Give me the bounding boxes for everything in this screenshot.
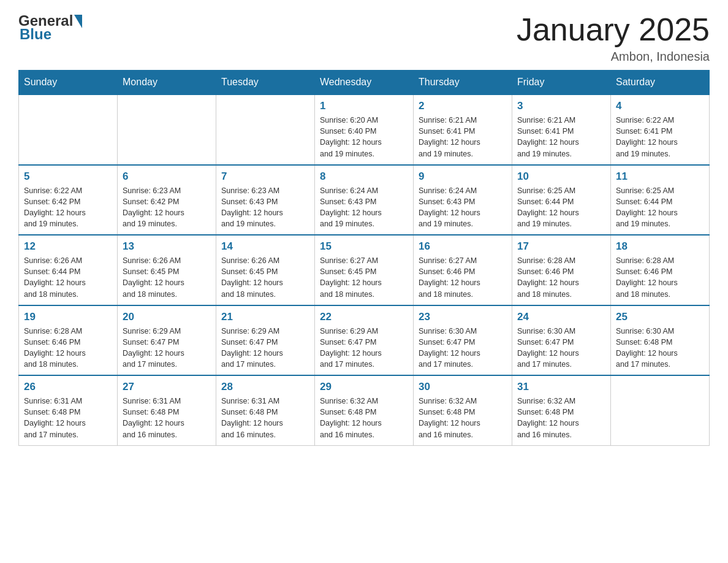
- day-info: Sunrise: 6:24 AMSunset: 6:43 PMDaylight:…: [419, 185, 507, 230]
- day-number: 31: [517, 381, 605, 393]
- day-number: 17: [517, 240, 605, 253]
- day-info: Sunrise: 6:32 AMSunset: 6:48 PMDaylight:…: [320, 396, 408, 440]
- calendar-week-5: 26Sunrise: 6:31 AMSunset: 6:48 PMDayligh…: [19, 375, 710, 445]
- day-info: Sunrise: 6:22 AMSunset: 6:41 PMDaylight:…: [616, 115, 704, 159]
- day-number: 25: [616, 311, 704, 323]
- calendar-table: SundayMondayTuesdayWednesdayThursdayFrid…: [18, 70, 710, 446]
- day-info: Sunrise: 6:23 AMSunset: 6:42 PMDaylight:…: [123, 185, 211, 230]
- calendar-cell: 11Sunrise: 6:25 AMSunset: 6:44 PMDayligh…: [611, 165, 710, 236]
- logo: General Blue: [18, 12, 82, 43]
- day-number: 8: [320, 170, 408, 183]
- calendar-cell: 1Sunrise: 6:20 AMSunset: 6:40 PMDaylight…: [315, 94, 414, 165]
- day-number: 3: [517, 100, 605, 112]
- day-number: 27: [123, 381, 211, 393]
- calendar-cell: 31Sunrise: 6:32 AMSunset: 6:48 PMDayligh…: [512, 375, 611, 445]
- calendar-week-4: 19Sunrise: 6:28 AMSunset: 6:46 PMDayligh…: [19, 305, 710, 376]
- day-info: Sunrise: 6:25 AMSunset: 6:44 PMDaylight:…: [616, 185, 704, 230]
- day-info: Sunrise: 6:28 AMSunset: 6:46 PMDaylight:…: [24, 326, 112, 370]
- calendar-cell: 28Sunrise: 6:31 AMSunset: 6:48 PMDayligh…: [216, 375, 315, 445]
- day-number: 1: [320, 100, 408, 112]
- day-number: 14: [221, 240, 309, 253]
- day-info: Sunrise: 6:32 AMSunset: 6:48 PMDaylight:…: [517, 396, 605, 440]
- calendar-cell: 29Sunrise: 6:32 AMSunset: 6:48 PMDayligh…: [315, 375, 414, 445]
- day-info: Sunrise: 6:29 AMSunset: 6:47 PMDaylight:…: [320, 326, 408, 370]
- day-number: 2: [419, 100, 507, 112]
- calendar-cell: 17Sunrise: 6:28 AMSunset: 6:46 PMDayligh…: [512, 235, 611, 305]
- calendar-cell: 5Sunrise: 6:22 AMSunset: 6:42 PMDaylight…: [19, 165, 118, 236]
- day-info: Sunrise: 6:32 AMSunset: 6:48 PMDaylight:…: [419, 396, 507, 440]
- header-tuesday: Tuesday: [216, 71, 315, 95]
- calendar-cell: 20Sunrise: 6:29 AMSunset: 6:47 PMDayligh…: [118, 305, 216, 376]
- calendar-cell: 3Sunrise: 6:21 AMSunset: 6:41 PMDaylight…: [512, 94, 611, 165]
- calendar-week-3: 12Sunrise: 6:26 AMSunset: 6:44 PMDayligh…: [19, 235, 710, 305]
- day-info: Sunrise: 6:22 AMSunset: 6:42 PMDaylight:…: [24, 185, 112, 230]
- day-info: Sunrise: 6:28 AMSunset: 6:46 PMDaylight:…: [616, 255, 704, 300]
- calendar-cell: [216, 94, 315, 165]
- day-info: Sunrise: 6:26 AMSunset: 6:45 PMDaylight:…: [123, 255, 211, 300]
- header-sunday: Sunday: [19, 71, 118, 95]
- calendar-cell: 10Sunrise: 6:25 AMSunset: 6:44 PMDayligh…: [512, 165, 611, 236]
- calendar-cell: 22Sunrise: 6:29 AMSunset: 6:47 PMDayligh…: [315, 305, 414, 376]
- calendar-cell: 16Sunrise: 6:27 AMSunset: 6:46 PMDayligh…: [414, 235, 512, 305]
- title-section: January 2025 Ambon, Indonesia: [517, 12, 710, 64]
- day-number: 15: [320, 240, 408, 253]
- day-number: 16: [419, 240, 507, 253]
- calendar-cell: 14Sunrise: 6:26 AMSunset: 6:45 PMDayligh…: [216, 235, 315, 305]
- day-number: 26: [24, 381, 112, 393]
- calendar-cell: [118, 94, 216, 165]
- calendar-cell: 7Sunrise: 6:23 AMSunset: 6:43 PMDaylight…: [216, 165, 315, 236]
- day-number: 21: [221, 311, 309, 323]
- calendar-cell: 21Sunrise: 6:29 AMSunset: 6:47 PMDayligh…: [216, 305, 315, 376]
- calendar-cell: 4Sunrise: 6:22 AMSunset: 6:41 PMDaylight…: [611, 94, 710, 165]
- day-info: Sunrise: 6:27 AMSunset: 6:45 PMDaylight:…: [320, 255, 408, 300]
- calendar-cell: 12Sunrise: 6:26 AMSunset: 6:44 PMDayligh…: [19, 235, 118, 305]
- day-info: Sunrise: 6:30 AMSunset: 6:47 PMDaylight:…: [517, 326, 605, 370]
- day-info: Sunrise: 6:30 AMSunset: 6:47 PMDaylight:…: [419, 326, 507, 370]
- day-number: 13: [123, 240, 211, 253]
- day-info: Sunrise: 6:31 AMSunset: 6:48 PMDaylight:…: [24, 396, 112, 440]
- day-number: 7: [221, 170, 309, 183]
- day-number: 4: [616, 100, 704, 112]
- day-info: Sunrise: 6:26 AMSunset: 6:45 PMDaylight:…: [221, 255, 309, 300]
- calendar-cell: 6Sunrise: 6:23 AMSunset: 6:42 PMDaylight…: [118, 165, 216, 236]
- calendar-cell: 24Sunrise: 6:30 AMSunset: 6:47 PMDayligh…: [512, 305, 611, 376]
- calendar-cell: [611, 375, 710, 445]
- day-number: 23: [419, 311, 507, 323]
- day-info: Sunrise: 6:29 AMSunset: 6:47 PMDaylight:…: [221, 326, 309, 370]
- day-number: 18: [616, 240, 704, 253]
- header-friday: Friday: [512, 71, 611, 95]
- calendar-cell: [19, 94, 118, 165]
- header-thursday: Thursday: [414, 71, 512, 95]
- day-number: 11: [616, 170, 704, 183]
- day-info: Sunrise: 6:29 AMSunset: 6:47 PMDaylight:…: [123, 326, 211, 370]
- calendar-cell: 30Sunrise: 6:32 AMSunset: 6:48 PMDayligh…: [414, 375, 512, 445]
- logo-blue: Blue: [20, 26, 82, 43]
- calendar-cell: 8Sunrise: 6:24 AMSunset: 6:43 PMDaylight…: [315, 165, 414, 236]
- calendar-header-row: SundayMondayTuesdayWednesdayThursdayFrid…: [19, 71, 710, 95]
- header-saturday: Saturday: [611, 71, 710, 95]
- day-info: Sunrise: 6:26 AMSunset: 6:44 PMDaylight:…: [24, 255, 112, 300]
- header-monday: Monday: [118, 71, 216, 95]
- day-number: 29: [320, 381, 408, 393]
- calendar-cell: 9Sunrise: 6:24 AMSunset: 6:43 PMDaylight…: [414, 165, 512, 236]
- calendar-cell: 23Sunrise: 6:30 AMSunset: 6:47 PMDayligh…: [414, 305, 512, 376]
- day-number: 24: [517, 311, 605, 323]
- day-info: Sunrise: 6:27 AMSunset: 6:46 PMDaylight:…: [419, 255, 507, 300]
- page-header: General Blue January 2025 Ambon, Indones…: [18, 12, 710, 64]
- calendar-week-2: 5Sunrise: 6:22 AMSunset: 6:42 PMDaylight…: [19, 165, 710, 236]
- header-wednesday: Wednesday: [315, 71, 414, 95]
- day-number: 20: [123, 311, 211, 323]
- calendar-cell: 27Sunrise: 6:31 AMSunset: 6:48 PMDayligh…: [118, 375, 216, 445]
- day-number: 9: [419, 170, 507, 183]
- calendar-cell: 25Sunrise: 6:30 AMSunset: 6:48 PMDayligh…: [611, 305, 710, 376]
- day-info: Sunrise: 6:31 AMSunset: 6:48 PMDaylight:…: [123, 396, 211, 440]
- calendar-cell: 26Sunrise: 6:31 AMSunset: 6:48 PMDayligh…: [19, 375, 118, 445]
- day-info: Sunrise: 6:30 AMSunset: 6:48 PMDaylight:…: [616, 326, 704, 370]
- day-info: Sunrise: 6:31 AMSunset: 6:48 PMDaylight:…: [221, 396, 309, 440]
- calendar-cell: 19Sunrise: 6:28 AMSunset: 6:46 PMDayligh…: [19, 305, 118, 376]
- day-number: 22: [320, 311, 408, 323]
- month-title: January 2025: [517, 12, 710, 47]
- day-number: 6: [123, 170, 211, 183]
- day-info: Sunrise: 6:25 AMSunset: 6:44 PMDaylight:…: [517, 185, 605, 230]
- location: Ambon, Indonesia: [517, 50, 710, 64]
